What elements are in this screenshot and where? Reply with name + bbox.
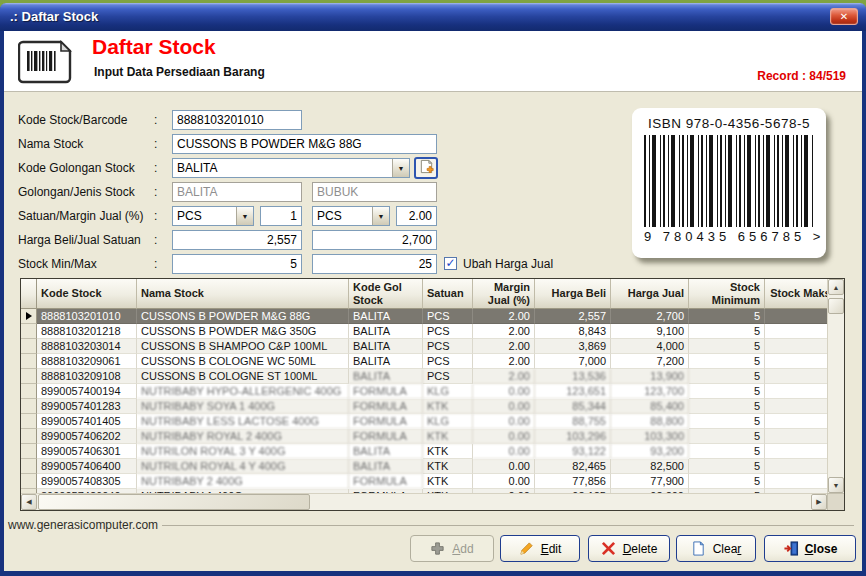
- table-cell: 5: [689, 309, 765, 324]
- column-header[interactable]: Nama Stock: [137, 279, 349, 309]
- row-selector[interactable]: [21, 444, 37, 459]
- row-selector[interactable]: [21, 384, 37, 399]
- edit-button[interactable]: Edit: [500, 535, 580, 562]
- row-selector[interactable]: [21, 399, 37, 414]
- margin1-input[interactable]: [260, 206, 302, 226]
- table-cell: 5: [689, 384, 765, 399]
- close-button[interactable]: Close: [764, 535, 856, 562]
- table-cell: 5: [689, 354, 765, 369]
- table-cell: [765, 354, 827, 369]
- row-selector[interactable]: [21, 414, 37, 429]
- horizontal-scroll-thumb[interactable]: [38, 494, 310, 510]
- delete-button[interactable]: Delete: [588, 535, 670, 562]
- column-header[interactable]: Stock Maksimum: [765, 279, 827, 309]
- table-row[interactable]: 8990057406202NUTRIBABY ROYAL 2 400GFORMU…: [21, 429, 827, 444]
- table-cell: BALITA: [349, 354, 423, 369]
- row-selector[interactable]: [21, 339, 37, 354]
- colon: :: [154, 134, 157, 154]
- vertical-scroll-thumb[interactable]: [828, 298, 844, 314]
- table-row[interactable]: 8990057408305NUTRIBABY 2 400GFORMULAKTK0…: [21, 474, 827, 489]
- nama-stock-input[interactable]: [172, 134, 437, 154]
- kode-golongan-combo[interactable]: BALITA ▼: [172, 158, 410, 178]
- table-cell: PCS: [423, 354, 473, 369]
- satuan1-combo[interactable]: PCS ▼: [172, 206, 254, 226]
- table-row[interactable]: 8888103209061CUSSONS B COLOGNE WC 50MLBA…: [21, 354, 827, 369]
- new-item-icon: [419, 159, 434, 177]
- table-row[interactable]: 8888103201010CUSSONS B POWDER M&G 88GBAL…: [21, 309, 827, 324]
- table-cell: 2.00: [473, 309, 535, 324]
- table-row[interactable]: 8990057406301NUTRILON ROYAL 3 Y 400GBALI…: [21, 444, 827, 459]
- row-selector[interactable]: [21, 309, 37, 324]
- row-selector[interactable]: [21, 459, 37, 474]
- table-cell: 8990057406400: [37, 459, 137, 474]
- column-header[interactable]: Satuan: [423, 279, 473, 309]
- table-row[interactable]: 8990057401283NUTRIBABY SOYA 1 400GFORMUL…: [21, 399, 827, 414]
- table-cell: 2.00: [473, 369, 535, 384]
- row-selector[interactable]: [21, 354, 37, 369]
- row-selector[interactable]: [21, 324, 37, 339]
- stock-max-input[interactable]: [312, 254, 437, 274]
- table-header-row: Kode StockNama StockKode Gol StockSatuan…: [21, 279, 827, 309]
- table-cell: 8888103209061: [37, 354, 137, 369]
- chevron-down-icon[interactable]: ▼: [372, 207, 389, 225]
- harga-beli-input[interactable]: [172, 230, 302, 250]
- chevron-down-icon[interactable]: ▼: [392, 159, 409, 177]
- scroll-up-icon[interactable]: ▲: [828, 279, 844, 295]
- row-selector[interactable]: [21, 474, 37, 489]
- scroll-left-icon[interactable]: ◀: [21, 494, 37, 510]
- x-icon: [601, 541, 617, 557]
- add-button: Add: [410, 535, 494, 562]
- title-bar[interactable]: .: Daftar Stock ✕: [0, 3, 866, 31]
- column-header[interactable]: Harga Jual: [611, 279, 689, 309]
- table-viewport: Kode StockNama StockKode Gol StockSatuan…: [21, 279, 827, 493]
- table-cell: 2,700: [611, 309, 689, 324]
- golongan-display-field: [172, 182, 302, 202]
- table-cell: PCS: [423, 339, 473, 354]
- column-header[interactable]: Kode Stock: [37, 279, 137, 309]
- table-cell: 8990057408305: [37, 474, 137, 489]
- website-label: www.generasicomputer.com: [8, 518, 162, 532]
- close-icon[interactable]: ✕: [830, 8, 858, 25]
- satuan2-combo[interactable]: PCS ▼: [312, 206, 390, 226]
- colon: :: [154, 254, 157, 274]
- table-cell: 5: [689, 459, 765, 474]
- table-cell: CUSSONS B POWDER M&G 350G: [137, 324, 349, 339]
- table-cell: 85,344: [535, 399, 611, 414]
- margin2-input[interactable]: [396, 206, 437, 226]
- table-cell: KLG: [423, 414, 473, 429]
- table-row[interactable]: 8888103209108CUSSONS B COLOGNE ST 100MLB…: [21, 369, 827, 384]
- window-title: .: Daftar Stock: [10, 3, 98, 31]
- table-cell: FORMULA: [349, 414, 423, 429]
- table-cell: 8990057406301: [37, 444, 137, 459]
- door-icon: [783, 541, 799, 557]
- column-header[interactable]: Stock Minimum: [689, 279, 765, 309]
- vertical-scrollbar[interactable]: ▲ ▼: [827, 279, 844, 493]
- table-cell: KTK: [423, 459, 473, 474]
- row-selector[interactable]: [21, 429, 37, 444]
- harga-jual-input[interactable]: [312, 230, 437, 250]
- table-row[interactable]: 8888103201218CUSSONS B POWDER M&G 350GBA…: [21, 324, 827, 339]
- horizontal-scrollbar[interactable]: ◀ ▶: [21, 493, 827, 510]
- table-cell: 0.00: [473, 384, 535, 399]
- ubah-harga-checkbox[interactable]: ✓: [444, 257, 457, 270]
- table-row[interactable]: 8990057400194NUTRIBABY HYPO-ALLERGENIC 4…: [21, 384, 827, 399]
- table-cell: CUSSONS B POWDER M&G 88G: [137, 309, 349, 324]
- column-header[interactable]: Margin Jual (%): [473, 279, 535, 309]
- table-row[interactable]: 8990057406400NUTRILON ROYAL 4 Y 400GBALI…: [21, 459, 827, 474]
- add-golongan-button[interactable]: [414, 157, 438, 179]
- kode-stock-input[interactable]: [172, 110, 302, 130]
- column-header[interactable]: Harga Beli: [535, 279, 611, 309]
- row-selector[interactable]: [21, 369, 37, 384]
- column-header[interactable]: Kode Gol Stock: [349, 279, 423, 309]
- table-cell: 5: [689, 444, 765, 459]
- chevron-down-icon[interactable]: ▼: [236, 207, 253, 225]
- stock-min-input[interactable]: [172, 254, 302, 274]
- table-cell: 88,800: [611, 414, 689, 429]
- clear-button[interactable]: Clear: [676, 535, 756, 562]
- table-row[interactable]: 8888103203014CUSSONS B SHAMPOO C&P 100ML…: [21, 339, 827, 354]
- table-row[interactable]: 8990057401405NUTRIBABY LESS LACTOSE 400G…: [21, 414, 827, 429]
- scroll-down-icon[interactable]: ▼: [828, 477, 844, 493]
- table-cell: BALITA: [349, 459, 423, 474]
- scroll-right-icon[interactable]: ▶: [811, 494, 827, 510]
- table-cell: 8,843: [535, 324, 611, 339]
